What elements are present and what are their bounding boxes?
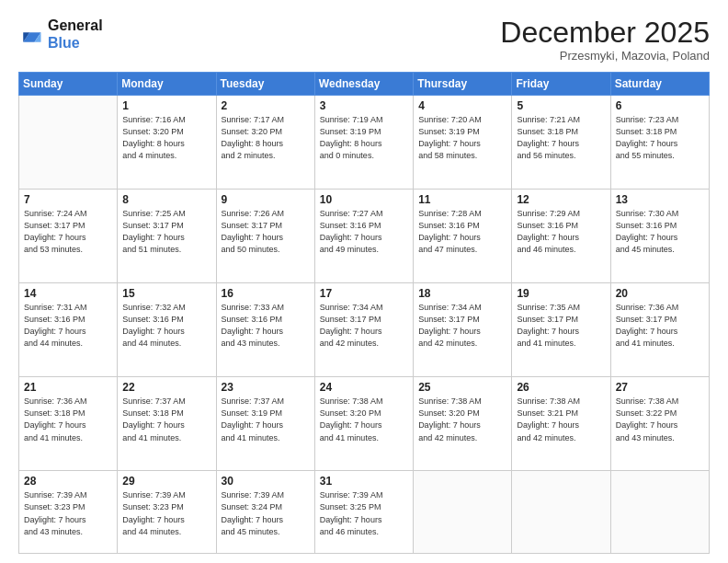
day-info: Sunrise: 7:38 AMSunset: 3:21 PMDaylight:… — [517, 396, 605, 443]
day-info: Sunrise: 7:39 AMSunset: 3:23 PMDaylight:… — [122, 489, 210, 537]
calendar-cell: 27Sunrise: 7:38 AMSunset: 3:22 PMDayligh… — [610, 377, 709, 471]
week-row-4: 21Sunrise: 7:36 AMSunset: 3:18 PMDayligh… — [19, 377, 710, 471]
day-info: Sunrise: 7:19 AMSunset: 3:19 PMDaylight:… — [320, 114, 408, 162]
calendar-cell: 19Sunrise: 7:35 AMSunset: 3:17 PMDayligh… — [512, 283, 610, 377]
day-info: Sunrise: 7:20 AMSunset: 3:19 PMDaylight:… — [418, 114, 506, 162]
day-number: 6 — [616, 99, 704, 112]
day-info: Sunrise: 7:23 AMSunset: 3:18 PMDaylight:… — [616, 114, 704, 162]
col-tuesday: Tuesday — [216, 73, 314, 96]
calendar-cell: 29Sunrise: 7:39 AMSunset: 3:23 PMDayligh… — [118, 471, 216, 554]
col-friday: Friday — [512, 73, 610, 96]
day-number: 17 — [320, 287, 408, 300]
day-number: 9 — [222, 193, 310, 206]
day-number: 13 — [616, 193, 704, 206]
calendar-cell: 25Sunrise: 7:38 AMSunset: 3:20 PMDayligh… — [414, 377, 512, 471]
calendar-cell: 12Sunrise: 7:29 AMSunset: 3:16 PMDayligh… — [512, 190, 610, 283]
week-row-5: 28Sunrise: 7:39 AMSunset: 3:23 PMDayligh… — [19, 471, 710, 554]
day-info: Sunrise: 7:28 AMSunset: 3:16 PMDaylight:… — [418, 208, 506, 256]
calendar-cell: 2Sunrise: 7:17 AMSunset: 3:20 PMDaylight… — [216, 96, 314, 190]
day-info: Sunrise: 7:37 AMSunset: 3:19 PMDaylight:… — [222, 396, 310, 443]
day-info: Sunrise: 7:37 AMSunset: 3:18 PMDaylight:… — [122, 396, 210, 443]
day-number: 4 — [418, 99, 506, 112]
day-info: Sunrise: 7:36 AMSunset: 3:18 PMDaylight:… — [24, 396, 112, 443]
day-number: 11 — [418, 193, 506, 206]
title-section: December 2025 Przesmyki, Mazovia, Poland — [500, 17, 710, 63]
day-number: 26 — [517, 381, 605, 394]
col-saturday: Saturday — [610, 73, 709, 96]
logo-icon — [18, 21, 44, 47]
col-sunday: Sunday — [19, 73, 118, 96]
day-number: 21 — [24, 381, 112, 394]
calendar-cell — [19, 96, 118, 190]
calendar-cell: 20Sunrise: 7:36 AMSunset: 3:17 PMDayligh… — [610, 283, 709, 377]
month-title: December 2025 — [500, 17, 710, 49]
calendar-cell — [610, 471, 709, 554]
day-info: Sunrise: 7:39 AMSunset: 3:25 PMDaylight:… — [320, 489, 408, 537]
day-number: 2 — [222, 99, 310, 112]
day-number: 7 — [24, 193, 112, 206]
day-number: 14 — [24, 287, 112, 300]
calendar-cell: 1Sunrise: 7:16 AMSunset: 3:20 PMDaylight… — [118, 96, 216, 190]
calendar-cell: 21Sunrise: 7:36 AMSunset: 3:18 PMDayligh… — [19, 377, 118, 471]
calendar-cell: 7Sunrise: 7:24 AMSunset: 3:17 PMDaylight… — [19, 190, 118, 283]
week-row-3: 14Sunrise: 7:31 AMSunset: 3:16 PMDayligh… — [19, 283, 710, 377]
calendar-cell: 5Sunrise: 7:21 AMSunset: 3:18 PMDaylight… — [512, 96, 610, 190]
day-number: 27 — [616, 381, 704, 394]
calendar-cell: 31Sunrise: 7:39 AMSunset: 3:25 PMDayligh… — [314, 471, 413, 554]
day-number: 15 — [122, 287, 210, 300]
day-info: Sunrise: 7:36 AMSunset: 3:17 PMDaylight:… — [616, 302, 704, 350]
header: General Blue December 2025 Przesmyki, Ma… — [18, 17, 710, 63]
day-info: Sunrise: 7:39 AMSunset: 3:23 PMDaylight:… — [24, 489, 112, 537]
day-info: Sunrise: 7:21 AMSunset: 3:18 PMDaylight:… — [517, 114, 605, 162]
day-info: Sunrise: 7:27 AMSunset: 3:16 PMDaylight:… — [320, 208, 408, 256]
day-info: Sunrise: 7:34 AMSunset: 3:17 PMDaylight:… — [418, 302, 506, 350]
calendar-cell: 10Sunrise: 7:27 AMSunset: 3:16 PMDayligh… — [314, 190, 413, 283]
calendar-header-row: Sunday Monday Tuesday Wednesday Thursday… — [19, 73, 710, 96]
day-info: Sunrise: 7:31 AMSunset: 3:16 PMDaylight:… — [24, 302, 112, 350]
day-number: 30 — [222, 475, 310, 488]
week-row-2: 7Sunrise: 7:24 AMSunset: 3:17 PMDaylight… — [19, 190, 710, 283]
page: General Blue December 2025 Przesmyki, Ma… — [0, 0, 728, 563]
calendar-cell: 15Sunrise: 7:32 AMSunset: 3:16 PMDayligh… — [118, 283, 216, 377]
calendar-cell: 22Sunrise: 7:37 AMSunset: 3:18 PMDayligh… — [118, 377, 216, 471]
calendar-cell: 14Sunrise: 7:31 AMSunset: 3:16 PMDayligh… — [19, 283, 118, 377]
day-info: Sunrise: 7:17 AMSunset: 3:20 PMDaylight:… — [222, 114, 310, 162]
calendar-cell: 17Sunrise: 7:34 AMSunset: 3:17 PMDayligh… — [314, 283, 413, 377]
day-info: Sunrise: 7:26 AMSunset: 3:17 PMDaylight:… — [222, 208, 310, 256]
calendar-cell: 9Sunrise: 7:26 AMSunset: 3:17 PMDaylight… — [216, 190, 314, 283]
logo-text: General Blue — [48, 17, 103, 52]
calendar-cell: 11Sunrise: 7:28 AMSunset: 3:16 PMDayligh… — [414, 190, 512, 283]
day-info: Sunrise: 7:32 AMSunset: 3:16 PMDaylight:… — [122, 302, 210, 350]
calendar-cell: 3Sunrise: 7:19 AMSunset: 3:19 PMDaylight… — [314, 96, 413, 190]
day-number: 16 — [222, 287, 310, 300]
col-monday: Monday — [118, 73, 216, 96]
day-number: 1 — [122, 99, 210, 112]
day-number: 5 — [517, 99, 605, 112]
calendar-cell — [512, 471, 610, 554]
calendar-cell: 28Sunrise: 7:39 AMSunset: 3:23 PMDayligh… — [19, 471, 118, 554]
calendar-cell: 23Sunrise: 7:37 AMSunset: 3:19 PMDayligh… — [216, 377, 314, 471]
day-info: Sunrise: 7:33 AMSunset: 3:16 PMDaylight:… — [222, 302, 310, 350]
calendar-cell: 18Sunrise: 7:34 AMSunset: 3:17 PMDayligh… — [414, 283, 512, 377]
day-info: Sunrise: 7:38 AMSunset: 3:22 PMDaylight:… — [616, 396, 704, 443]
day-number: 10 — [320, 193, 408, 206]
week-row-1: 1Sunrise: 7:16 AMSunset: 3:20 PMDaylight… — [19, 96, 710, 190]
day-number: 22 — [122, 381, 210, 394]
day-info: Sunrise: 7:25 AMSunset: 3:17 PMDaylight:… — [122, 208, 210, 256]
calendar-cell: 4Sunrise: 7:20 AMSunset: 3:19 PMDaylight… — [414, 96, 512, 190]
day-number: 19 — [517, 287, 605, 300]
calendar-cell: 6Sunrise: 7:23 AMSunset: 3:18 PMDaylight… — [610, 96, 709, 190]
day-info: Sunrise: 7:29 AMSunset: 3:16 PMDaylight:… — [517, 208, 605, 256]
day-number: 31 — [320, 475, 408, 488]
day-number: 3 — [320, 99, 408, 112]
day-info: Sunrise: 7:30 AMSunset: 3:16 PMDaylight:… — [616, 208, 704, 256]
day-number: 20 — [616, 287, 704, 300]
col-thursday: Thursday — [414, 73, 512, 96]
day-info: Sunrise: 7:34 AMSunset: 3:17 PMDaylight:… — [320, 302, 408, 350]
day-info: Sunrise: 7:38 AMSunset: 3:20 PMDaylight:… — [418, 396, 506, 443]
calendar-cell: 24Sunrise: 7:38 AMSunset: 3:20 PMDayligh… — [314, 377, 413, 471]
day-info: Sunrise: 7:38 AMSunset: 3:20 PMDaylight:… — [320, 396, 408, 443]
logo: General Blue — [18, 17, 103, 52]
day-info: Sunrise: 7:24 AMSunset: 3:17 PMDaylight:… — [24, 208, 112, 256]
calendar-table: Sunday Monday Tuesday Wednesday Thursday… — [18, 72, 710, 554]
